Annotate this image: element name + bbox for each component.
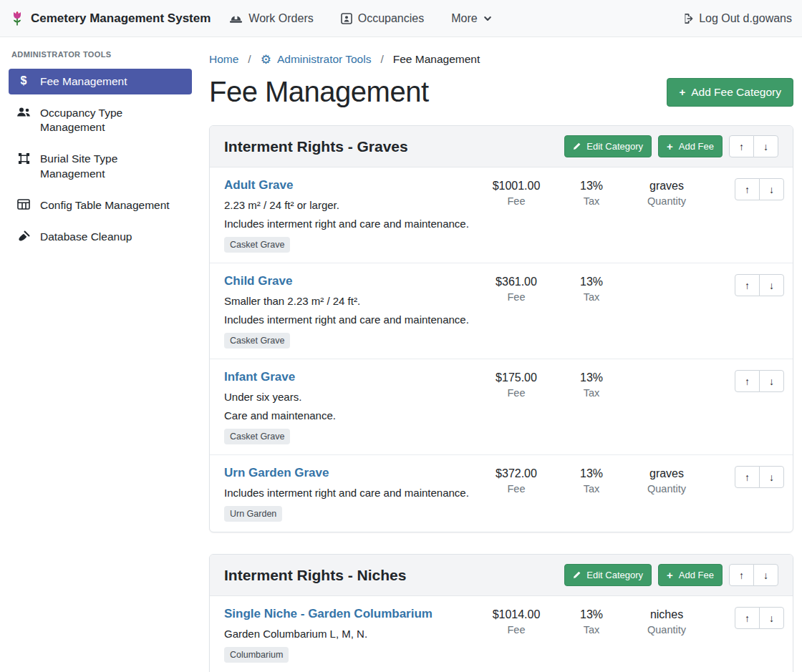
fee-amount-cell: $361.00 Fee bbox=[473, 274, 559, 303]
move-category-down-button[interactable]: ↓ bbox=[753, 135, 778, 157]
move-fee-down-button[interactable]: ↓ bbox=[759, 607, 784, 629]
sidebar-item-database-cleanup[interactable]: Database Cleanup bbox=[9, 224, 192, 250]
edit-category-button[interactable]: Edit Category bbox=[564, 135, 652, 157]
nav-occupancies-label: Occupancies bbox=[358, 12, 425, 25]
nav-occupancies[interactable]: Occupancies bbox=[341, 12, 425, 25]
vector-square-icon bbox=[16, 152, 32, 165]
fee-details: Child Grave Smaller than 2.23 m² / 24 ft… bbox=[224, 274, 473, 349]
fee-tax-cell: 13% Tax bbox=[559, 178, 624, 207]
fee-quantity-cell: graves Quantity bbox=[624, 466, 710, 495]
page-title: Fee Management bbox=[209, 76, 429, 108]
edit-category-button[interactable]: Edit Category bbox=[564, 564, 652, 586]
fee-amount-label: Fee bbox=[473, 624, 559, 636]
fee-quantity: graves bbox=[624, 180, 710, 193]
fee-badge: Casket Grave bbox=[224, 237, 290, 253]
table-icon bbox=[16, 199, 32, 210]
fee-desc-1: Under six years. bbox=[224, 391, 473, 403]
move-fee-down-button[interactable]: ↓ bbox=[759, 466, 784, 488]
category-reorder-group: ↑ ↓ bbox=[729, 564, 778, 586]
add-fee-button[interactable]: + Add Fee bbox=[658, 135, 723, 157]
sidebar-item-config-table-management[interactable]: Config Table Management bbox=[9, 193, 192, 218]
fee-tax-label: Tax bbox=[559, 483, 624, 495]
hard-hat-icon bbox=[229, 13, 243, 24]
fee-name[interactable]: Single Niche - Garden Columbarium bbox=[224, 607, 433, 621]
admin-sidebar: ADMINISTRATOR TOOLS $ Fee Management Occ… bbox=[0, 37, 200, 266]
fee-amount-cell: $372.00 Fee bbox=[473, 466, 559, 495]
fee-details: Adult Grave 2.23 m² / 24 ft² or larger. … bbox=[224, 178, 473, 253]
add-fee-button[interactable]: + Add Fee bbox=[658, 564, 723, 586]
move-fee-down-button[interactable]: ↓ bbox=[759, 178, 784, 200]
move-fee-up-button[interactable]: ↑ bbox=[735, 466, 760, 488]
fee-amount-cell: $175.00 Fee bbox=[473, 370, 559, 399]
fee-reorder-group: ↑ ↓ bbox=[735, 607, 784, 629]
edit-category-label: Edit Category bbox=[586, 570, 643, 580]
arrow-down-icon: ↓ bbox=[769, 472, 774, 483]
fee-tax: 13% bbox=[559, 276, 624, 288]
fee-quantity-cell bbox=[624, 274, 710, 276]
sidebar-heading: ADMINISTRATOR TOOLS bbox=[11, 50, 189, 59]
fee-quantity-label: Quantity bbox=[624, 624, 710, 636]
move-fee-up-button[interactable]: ↑ bbox=[735, 178, 760, 200]
arrow-down-icon: ↓ bbox=[763, 570, 768, 581]
sidebar-item-label: Fee Management bbox=[40, 74, 127, 89]
fee-row: Child Grave Smaller than 2.23 m² / 24 ft… bbox=[210, 263, 793, 359]
move-category-down-button[interactable]: ↓ bbox=[753, 564, 778, 586]
breadcrumb-home[interactable]: Home bbox=[209, 53, 238, 66]
sidebar-item-label: Config Table Management bbox=[40, 198, 170, 213]
app-title: Cemetery Management System bbox=[31, 11, 211, 26]
fee-desc-1: 2.23 m² / 24 ft² or larger. bbox=[224, 199, 473, 211]
add-fee-category-button[interactable]: + Add Fee Category bbox=[667, 78, 793, 107]
broom-icon bbox=[16, 230, 32, 242]
fee-badge: Casket Grave bbox=[224, 429, 290, 444]
sidebar-item-fee-management[interactable]: $ Fee Management bbox=[9, 69, 192, 94]
sidebar-item-label: Occupancy Type Management bbox=[40, 106, 185, 135]
fee-tax-label: Tax bbox=[559, 195, 624, 207]
fee-name[interactable]: Adult Grave bbox=[224, 178, 293, 193]
fee-quantity-label: Quantity bbox=[624, 483, 710, 495]
fee-desc-2: Care and maintenance. bbox=[224, 409, 473, 422]
breadcrumb-admin-tools[interactable]: ⚙ Administrator Tools bbox=[261, 53, 372, 66]
fee-badge: Urn Garden bbox=[224, 506, 282, 522]
fee-reorder-group: ↑ ↓ bbox=[735, 274, 784, 296]
fee-name[interactable]: Urn Garden Grave bbox=[224, 466, 329, 480]
logout-icon bbox=[680, 13, 693, 24]
fee-amount: $1001.00 bbox=[473, 180, 559, 193]
fee-desc-1: Smaller than 2.23 m² / 24 ft². bbox=[224, 295, 473, 307]
fee-tax-cell: 13% Tax bbox=[559, 370, 624, 399]
breadcrumb-separator: / bbox=[380, 53, 383, 66]
move-fee-down-button[interactable]: ↓ bbox=[759, 274, 784, 296]
fee-row: Infant Grave Under six years. Care and m… bbox=[210, 359, 793, 455]
sidebar-item-occupancy-type-management[interactable]: Occupancy Type Management bbox=[9, 100, 192, 140]
logout-link[interactable]: Log Out d.gowans bbox=[680, 12, 792, 25]
fee-tax: 13% bbox=[559, 467, 624, 480]
occupancy-badge-icon bbox=[341, 13, 352, 24]
fee-name[interactable]: Infant Grave bbox=[224, 370, 295, 384]
move-fee-up-button[interactable]: ↑ bbox=[735, 274, 760, 296]
main-nav: Work Orders Occupancies More bbox=[229, 12, 491, 25]
fee-quantity-cell bbox=[624, 370, 710, 371]
nav-work-orders[interactable]: Work Orders bbox=[229, 12, 313, 25]
fee-badge: Columbarium bbox=[224, 647, 289, 663]
fee-desc-2: Includes interment right and care and ma… bbox=[224, 313, 473, 326]
move-fee-up-button[interactable]: ↑ bbox=[735, 370, 760, 392]
pencil-icon bbox=[573, 571, 581, 579]
pencil-icon bbox=[573, 142, 581, 150]
nav-more[interactable]: More bbox=[451, 12, 491, 25]
arrow-down-icon: ↓ bbox=[769, 184, 774, 195]
fee-reorder-group: ↑ ↓ bbox=[735, 466, 784, 488]
category-actions: Edit Category + Add Fee ↑ ↓ bbox=[564, 135, 778, 157]
move-fee-down-button[interactable]: ↓ bbox=[759, 370, 784, 392]
flower-logo-icon bbox=[10, 10, 24, 27]
add-fee-category-label: Add Fee Category bbox=[691, 86, 781, 99]
fee-amount-label: Fee bbox=[473, 195, 559, 207]
arrow-up-icon: ↑ bbox=[745, 376, 750, 387]
arrow-up-icon: ↑ bbox=[745, 472, 750, 483]
move-fee-up-button[interactable]: ↑ bbox=[735, 607, 760, 629]
app-brand: Cemetery Management System bbox=[10, 10, 211, 27]
move-category-up-button[interactable]: ↑ bbox=[729, 564, 754, 586]
sidebar-item-burial-site-type-management[interactable]: Burial Site Type Management bbox=[9, 146, 192, 186]
fee-amount: $1014.00 bbox=[473, 608, 559, 621]
fee-name[interactable]: Child Grave bbox=[224, 274, 292, 288]
fee-details: Infant Grave Under six years. Care and m… bbox=[224, 370, 473, 444]
move-category-up-button[interactable]: ↑ bbox=[729, 135, 754, 157]
